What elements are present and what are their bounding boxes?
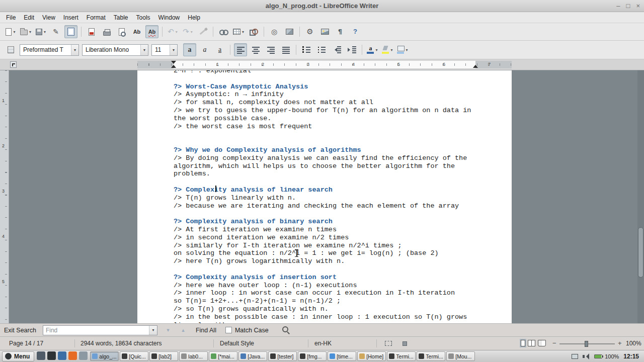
bold-button[interactable]: a	[183, 43, 196, 56]
search-icon[interactable]	[282, 326, 290, 334]
chevron-down-icon[interactable]: ▾	[149, 326, 157, 335]
taskbar-window[interactable]: algo_...	[90, 351, 119, 361]
volume-icon[interactable]	[583, 353, 590, 359]
page-style-status[interactable]: Default Style	[220, 340, 254, 347]
document-page[interactable]: 2^n ! : exponential ?> Worst-Case Asympt…	[137, 70, 512, 323]
taskbar-window[interactable]: [Home]	[357, 351, 386, 361]
find-next-button[interactable]: ▾	[164, 326, 173, 335]
print-preview-button[interactable]	[115, 25, 128, 38]
tab-stop-selector[interactable]	[10, 61, 17, 68]
print-button[interactable]	[100, 25, 113, 38]
menu-view[interactable]: View	[38, 13, 59, 22]
vertical-ruler[interactable]: 12345	[0, 70, 9, 323]
titlebar[interactable]: algo_N_prog.odt - LibreOffice Writer –□×	[0, 0, 644, 12]
multi-page-view-button[interactable]	[528, 340, 535, 346]
page-number-status[interactable]: Page 14 / 17	[9, 340, 43, 347]
options-button[interactable]	[303, 25, 316, 38]
hyperlink-button[interactable]	[217, 25, 230, 38]
launcher-terminal[interactable]	[47, 351, 56, 360]
battery-icon[interactable]	[594, 354, 602, 358]
align-right-button[interactable]	[264, 43, 277, 56]
menu-window[interactable]: Window	[154, 13, 184, 22]
taskbar-window[interactable]: [time...	[328, 351, 356, 361]
align-justify-button[interactable]	[279, 43, 292, 56]
insert-image-button[interactable]	[318, 25, 332, 38]
font-color-button[interactable]: ▾	[366, 43, 379, 56]
left-indent-marker[interactable]	[171, 65, 176, 68]
match-case-checkbox[interactable]	[225, 327, 232, 333]
menu-edit[interactable]: Edit	[20, 13, 38, 22]
exit-search-label[interactable]: Exit Search	[4, 327, 36, 334]
paragraph-style-combo[interactable]: Preformatted T ▾	[20, 44, 79, 56]
chevron-down-icon[interactable]: ▾	[71, 45, 78, 55]
menu-tools[interactable]: Tools	[132, 13, 154, 22]
taskbar-window[interactable]: [fmg...	[298, 351, 327, 361]
italic-button[interactable]: a	[198, 43, 211, 56]
increase-indent-button[interactable]	[345, 43, 358, 56]
launcher-image-viewer[interactable]	[79, 351, 88, 360]
taskbar-window[interactable]: [Quic...	[120, 351, 148, 361]
zoom-slider[interactable]	[559, 343, 615, 344]
right-indent-marker[interactable]	[473, 65, 478, 68]
close-button[interactable]: ×	[636, 3, 640, 9]
menu-insert[interactable]: Insert	[59, 13, 83, 22]
first-line-indent-marker[interactable]	[171, 61, 176, 64]
find-input[interactable]	[43, 325, 157, 335]
background-color-button[interactable]: ▾	[396, 43, 409, 56]
scrollbar-thumb[interactable]	[638, 227, 643, 278]
taskbar-window[interactable]: [tester]	[268, 351, 297, 361]
bullet-list-button[interactable]	[315, 43, 328, 56]
numbered-list-button[interactable]	[300, 43, 313, 56]
zoom-out-button[interactable]: −	[552, 339, 556, 347]
decrease-indent-button[interactable]	[330, 43, 343, 56]
launcher-text-editor[interactable]	[58, 351, 66, 360]
horizontal-ruler[interactable]: 1234567	[0, 59, 644, 70]
open-button[interactable]: ▾	[19, 25, 32, 38]
taskbar-window[interactable]: [Java...	[238, 351, 267, 361]
font-name-combo[interactable]: Liberation Mono ▾	[82, 44, 148, 56]
menu-format[interactable]: Format	[83, 13, 110, 22]
find-all-button[interactable]: Find All	[196, 327, 216, 334]
new-document-button[interactable]: ▾	[4, 25, 17, 38]
show-draw-functions-button[interactable]	[247, 25, 260, 38]
clock[interactable]: 12:15	[623, 353, 639, 360]
network-icon[interactable]	[572, 354, 578, 359]
book-view-button[interactable]	[538, 340, 546, 346]
gallery-button[interactable]	[283, 25, 296, 38]
maximize-button[interactable]: □	[626, 3, 630, 9]
underline-button[interactable]: a	[213, 43, 226, 56]
language-status[interactable]: en-HK	[314, 340, 332, 347]
taskbar-window[interactable]: [lab2]	[149, 351, 178, 361]
highlighting-color-button[interactable]: ▾	[381, 43, 394, 56]
menu-file[interactable]: File	[2, 13, 20, 22]
auto-spellcheck-button[interactable]	[145, 25, 158, 38]
align-center-button[interactable]	[249, 43, 262, 56]
chevron-down-icon[interactable]: ▾	[140, 45, 148, 55]
taskbar-window[interactable]: [Mou...	[446, 351, 475, 361]
selection-mode-icon[interactable]	[385, 341, 392, 346]
menu-table[interactable]: Table	[110, 13, 132, 22]
taskbar-window[interactable]: Termi...	[417, 351, 445, 361]
spelling-button[interactable]	[130, 25, 143, 38]
zoom-slider-thumb[interactable]	[585, 341, 588, 347]
print-layout-button[interactable]	[64, 25, 77, 38]
save-button[interactable]: ▾	[34, 25, 47, 38]
export-pdf-button[interactable]	[85, 25, 98, 38]
find-previous-button[interactable]: ▴	[179, 326, 188, 335]
taskbar-window[interactable]: lab0...	[179, 351, 208, 361]
minimize-button[interactable]: –	[616, 3, 620, 9]
insert-table-button[interactable]: ▾	[232, 25, 245, 38]
document-modified-icon[interactable]	[403, 341, 407, 346]
align-left-button[interactable]	[234, 43, 247, 56]
zoom-in-button[interactable]: +	[618, 339, 622, 347]
menu-help[interactable]: Help	[184, 13, 204, 22]
single-page-view-button[interactable]	[521, 340, 525, 346]
vertical-scrollbar[interactable]	[637, 70, 644, 323]
formatting-marks-button[interactable]	[334, 25, 347, 38]
styles-panel-button[interactable]	[4, 43, 17, 56]
zoom-level[interactable]: 100%	[626, 340, 641, 347]
navigator-button[interactable]	[268, 25, 281, 38]
font-size-combo[interactable]: 11 ▾	[151, 44, 178, 56]
word-count-status[interactable]: 2944 words, 18634 characters	[80, 340, 162, 347]
help-button[interactable]	[349, 25, 362, 38]
